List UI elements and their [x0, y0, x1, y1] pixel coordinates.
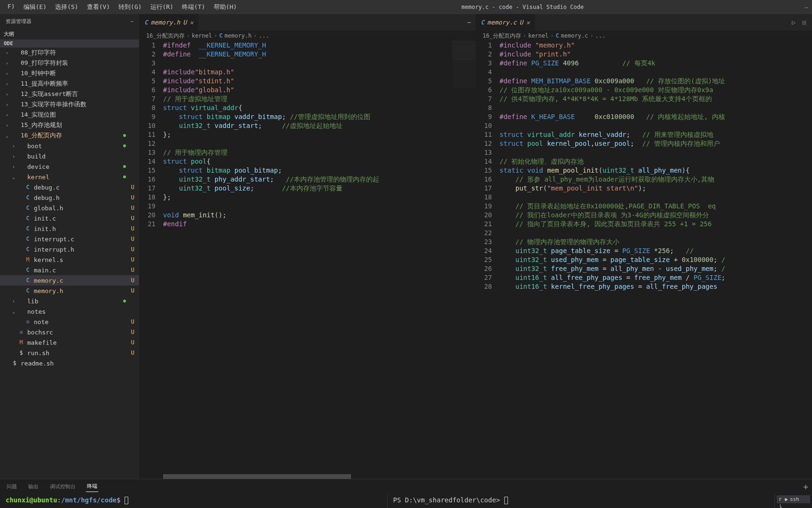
editor-right: C memory.c U × ▷ ⫼ 16_分配页内存› kernel› C m…	[476, 14, 812, 479]
run-icon[interactable]: ▷	[792, 19, 796, 26]
tree-item-11_提高中断频率[interactable]: ›11_提高中断频率	[0, 79, 139, 89]
menu-file[interactable]: F)	[4, 1, 19, 13]
titlebar: F) 编辑(E) 选择(S) 查看(V) 转到(G) 运行(R) 终端(T) 帮…	[0, 0, 812, 14]
tab-label: memory.c	[487, 19, 517, 26]
tab-close-icon[interactable]: ×	[526, 19, 530, 26]
panel-add-icon[interactable]: +	[803, 482, 808, 492]
tree-item-kernel[interactable]: ⌄kernel	[0, 172, 139, 182]
tree-item-init.h[interactable]: Cinit.hU	[0, 223, 139, 234]
tree-item-interrupt.h[interactable]: Cinterrupt.hU	[0, 244, 139, 254]
code-area-left[interactable]: 123456789101112131415161718192021 #ifnde…	[140, 41, 476, 474]
tab-label: memory.h	[151, 19, 180, 26]
code-area-right[interactable]: 1234567891011121314151617181920212223242…	[476, 41, 812, 479]
terminal-item-powershell[interactable]: └ ▶powers	[777, 503, 810, 508]
tree-item-13_实现字符串操作函数[interactable]: ›13_实现字符串操作函数	[0, 99, 139, 110]
menu-run[interactable]: 运行(R)	[147, 1, 177, 13]
editor-more-icon[interactable]: ⋯	[467, 19, 471, 26]
bc-file[interactable]: memory.c	[561, 32, 588, 39]
term-user: chunxi@ubuntu	[6, 496, 57, 504]
tree-item-notes[interactable]: ⌄notes	[0, 306, 139, 317]
bc-folder[interactable]: 16_分配页内存	[483, 32, 521, 40]
tab-close-icon[interactable]: ×	[189, 19, 193, 26]
bc-file[interactable]: memory.h	[225, 32, 252, 39]
tree-item-09_打印字符封装[interactable]: ›09_打印字符封装	[0, 58, 139, 68]
breadcrumb-right[interactable]: 16_分配页内存› kernel› C memory.c› ...	[476, 31, 812, 41]
bottom-panel: 问题 输出 调试控制台 终端 + chunxi@ubuntu:/mnt/hgfs…	[0, 479, 812, 508]
tree-item-10_时钟中断[interactable]: ›10_时钟中断	[0, 68, 139, 79]
tab-modified: U	[183, 19, 187, 26]
term-path: /mnt/hgfs/code	[61, 496, 117, 504]
tree-item-debug.c[interactable]: Cdebug.cU	[0, 182, 139, 192]
menu-select[interactable]: 选择(S)	[51, 1, 82, 13]
term-prompt: PS D:\vm_sharedfolder\code>	[393, 496, 500, 504]
terminal-2[interactable]: PS D:\vm_sharedfolder\code>	[388, 493, 775, 508]
terminal-1[interactable]: chunxi@ubuntu:/mnt/hgfs/code$	[0, 493, 388, 508]
tree-item-14_实现位图[interactable]: ›14_实现位图	[0, 110, 139, 120]
tab-memory-h[interactable]: C memory.h U ×	[140, 14, 199, 31]
tree-item-kernel.s[interactable]: Mkernel.sU	[0, 254, 139, 265]
tree-item-lib[interactable]: ›lib	[0, 296, 139, 306]
c-file-icon: C	[144, 19, 148, 26]
tree-item-16_分配页内存[interactable]: ⌄16_分配页内存	[0, 130, 139, 141]
bc-folder[interactable]: kernel	[192, 32, 212, 39]
panel-tab-output[interactable]: 输出	[27, 481, 39, 492]
tree-item-init.c[interactable]: Cinit.cU	[0, 213, 139, 223]
tree-item-global.h[interactable]: Cglobal.hU	[0, 203, 139, 213]
terminal-list: r ▶ssh └ ▶powers	[774, 493, 812, 508]
terminal-item-ssh[interactable]: r ▶ssh	[777, 495, 810, 503]
c-file-icon: C	[556, 32, 559, 39]
breadcrumb-left[interactable]: 16_分配页内存› kernel› C memory.h› ...	[140, 31, 476, 41]
explorer-sidebar: 资源管理器 ⋯ 大纲 ODE ›08_打印字符›09_打印字符封装›10_时钟中…	[0, 14, 139, 479]
tree-item-12_实现assert断言[interactable]: ›12_实现assert断言	[0, 89, 139, 99]
menu-terminal[interactable]: 终端(T)	[178, 1, 209, 13]
window-title: memory.c - code - Visual Studio Code	[241, 4, 804, 10]
tree-item-bochsrc[interactable]: ≡bochsrcU	[0, 327, 139, 337]
terminal-cursor	[504, 497, 508, 504]
minimize-icon[interactable]: —	[804, 4, 808, 11]
tab-modified: U	[519, 19, 523, 26]
tree-item-build[interactable]: ›build	[0, 151, 139, 161]
panel-tab-terminal[interactable]: 终端	[86, 481, 98, 492]
menu-edit[interactable]: 编辑(E)	[20, 1, 50, 13]
panel-tab-problems[interactable]: 问题	[6, 481, 18, 492]
file-tree: ›08_打印字符›09_打印字符封装›10_时钟中断›11_提高中断频率›12_…	[0, 48, 139, 479]
tree-item-boot[interactable]: ›boot	[0, 141, 139, 151]
tree-item-run.sh[interactable]: $run.shU	[0, 348, 139, 358]
tree-item-makefile[interactable]: MmakefileU	[0, 337, 139, 348]
minimap[interactable]	[452, 41, 476, 88]
menu-help[interactable]: 帮助(H)	[210, 1, 241, 13]
tree-item-08_打印字符[interactable]: ›08_打印字符	[0, 48, 139, 58]
tree-item-readme.sh[interactable]: $readme.sh	[0, 358, 139, 368]
bc-more[interactable]: ...	[595, 32, 606, 39]
scrollbar-horizontal[interactable]	[140, 474, 476, 479]
bc-folder[interactable]: 16_分配页内存	[146, 32, 185, 40]
tree-item-memory.h[interactable]: Cmemory.hU	[0, 286, 139, 296]
tree-item-main.c[interactable]: Cmain.cU	[0, 265, 139, 275]
tree-item-device[interactable]: ›device	[0, 161, 139, 172]
menu-bar: F) 编辑(E) 选择(S) 查看(V) 转到(G) 运行(R) 终端(T) 帮…	[4, 1, 241, 13]
sidebar-title: 资源管理器	[6, 18, 31, 25]
tree-item-debug.h[interactable]: Cdebug.hU	[0, 192, 139, 203]
tree-item-note[interactable]: ≡noteU	[0, 317, 139, 327]
c-file-icon: C	[219, 32, 223, 39]
editor-left: C memory.h U × ⋯ 16_分配页内存› kernel› C mem…	[139, 14, 476, 479]
sidebar-more-icon[interactable]: ⋯	[130, 18, 133, 24]
c-file-icon: C	[481, 19, 484, 26]
panel-tab-debug[interactable]: 调试控制台	[49, 481, 77, 492]
menu-view[interactable]: 查看(V)	[83, 1, 114, 13]
tree-item-memory.c[interactable]: Cmemory.cU	[0, 275, 139, 286]
window-controls: —	[804, 4, 808, 11]
tab-memory-c[interactable]: C memory.c U ×	[476, 14, 535, 31]
split-icon[interactable]: ⫼	[801, 19, 807, 26]
workspace-root[interactable]: ODE	[0, 40, 139, 48]
tree-item-interrupt.c[interactable]: Cinterrupt.cU	[0, 234, 139, 244]
bc-folder[interactable]: kernel	[528, 32, 548, 39]
outline-label[interactable]: 大纲	[0, 29, 139, 40]
bc-more[interactable]: ...	[259, 32, 269, 39]
terminal-cursor	[125, 497, 128, 504]
menu-goto[interactable]: 转到(G)	[115, 1, 145, 13]
tree-item-15_内存池规划[interactable]: ›15_内存池规划	[0, 120, 139, 130]
